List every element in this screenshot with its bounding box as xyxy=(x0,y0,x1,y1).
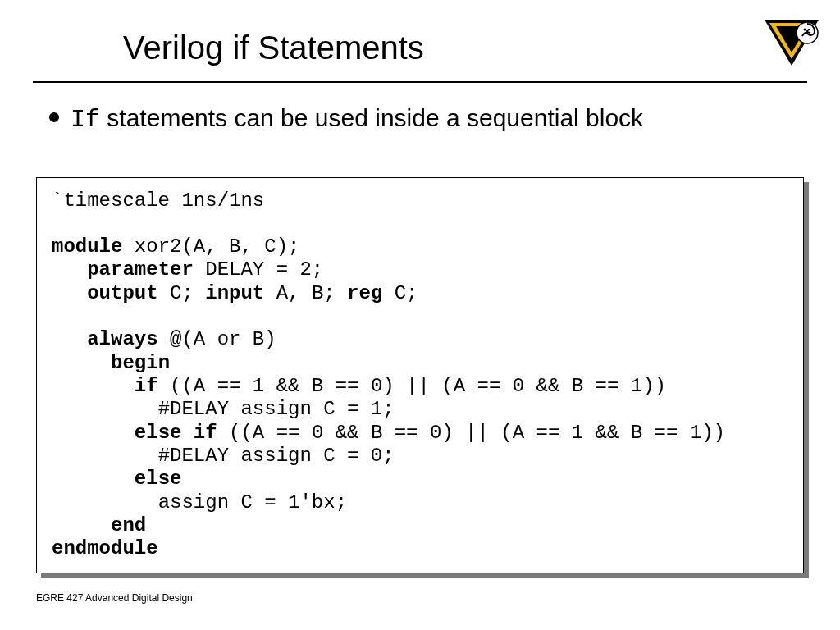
code-kw: else if xyxy=(135,422,217,444)
code-kw: endmodule xyxy=(52,537,158,559)
code-inline: If xyxy=(71,106,100,134)
bullet-icon xyxy=(49,112,59,122)
code-text: xor2(A, B, C); xyxy=(122,235,299,258)
code-kw: module xyxy=(52,235,122,258)
title-row: Verilog if Statements xyxy=(0,0,840,66)
bullet-rest: statements can be used inside a sequenti… xyxy=(100,104,643,131)
svg-point-4 xyxy=(804,29,806,31)
code-text: C; xyxy=(158,282,206,304)
code-kw: output xyxy=(87,282,158,304)
code-kw: end xyxy=(111,514,146,536)
code-kw: reg xyxy=(347,282,382,304)
bullet-text: If statements can be used inside a seque… xyxy=(71,103,643,136)
code-text: ((A == 1 && B == 0) || (A == 0 && B == 1… xyxy=(158,375,666,397)
code-kw: parameter xyxy=(87,258,194,281)
bullet-list: If statements can be used inside a seque… xyxy=(49,103,791,136)
code-block: `timescale 1ns/1ns module xor2(A, B, C);… xyxy=(36,177,804,573)
code-text: ((A == 0 && B == 0) || (A == 1 && B == 1… xyxy=(217,422,725,444)
code-kw: else xyxy=(135,468,182,490)
vcu-logo-icon xyxy=(763,16,820,69)
code-line: `timescale 1ns/1ns xyxy=(52,189,264,212)
code-kw: begin xyxy=(111,352,170,374)
code-kw: if xyxy=(135,375,158,397)
code-text: A, B; xyxy=(264,282,347,304)
code-text: @(A or B) xyxy=(158,328,276,350)
code-line: assign C = 1'bx; xyxy=(158,491,347,514)
code-line: #DELAY assign C = 1; xyxy=(158,398,395,420)
list-item: If statements can be used inside a seque… xyxy=(49,103,791,136)
slide: Verilog if Statements If statements can … xyxy=(0,0,840,630)
code-text: C; xyxy=(382,282,418,304)
page-title: Verilog if Statements xyxy=(123,30,807,66)
code-text: DELAY = 2; xyxy=(194,258,323,281)
divider xyxy=(33,81,807,83)
code-kw: always xyxy=(87,328,158,350)
code-block-wrap: `timescale 1ns/1ns module xor2(A, B, C);… xyxy=(36,177,804,573)
code-line: #DELAY assign C = 0; xyxy=(158,445,395,467)
footer-text: EGRE 427 Advanced Digital Design xyxy=(36,592,193,604)
code-kw: input xyxy=(205,282,264,304)
